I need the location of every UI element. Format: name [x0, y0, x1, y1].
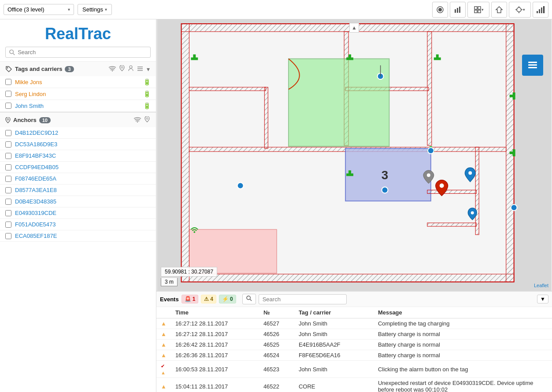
anchor-name-5: D8577A3EA1E8 — [15, 187, 151, 193]
list-item[interactable]: D8577A3EA1E8 — [0, 185, 156, 196]
layers-button[interactable] — [522, 55, 543, 76]
anchor-name-7: E04930319CDE — [15, 210, 151, 216]
svg-rect-6 — [478, 7, 481, 9]
anchor-name-0: D4B12DEC9D12 — [15, 129, 151, 136]
row-message-2: Battery charge is normal — [374, 340, 552, 350]
row-tag-0: John Smith — [294, 318, 374, 329]
row-message-0: Completing the tag charging — [374, 318, 552, 329]
anchor-checkbox-5[interactable] — [5, 187, 11, 193]
svg-point-68 — [468, 171, 472, 175]
scroll-up-button[interactable]: ▲ — [349, 23, 359, 33]
tag-marker[interactable] — [428, 148, 434, 154]
person-filter-icon[interactable] — [127, 64, 134, 74]
anchor-checkbox-6[interactable] — [5, 199, 11, 205]
svg-point-1 — [438, 8, 442, 11]
svg-rect-7 — [474, 10, 477, 13]
svg-rect-54 — [348, 54, 351, 58]
list-item[interactable]: ECA085EF187E — [0, 230, 156, 242]
list-item[interactable]: D4B12DEC9D12 — [0, 127, 156, 139]
crosshair-button[interactable]: ▾ — [509, 2, 531, 18]
list-item[interactable]: John Smith 🔋 — [0, 100, 156, 112]
anchor-checkbox-3[interactable] — [5, 164, 11, 170]
location-filter-icon[interactable] — [119, 64, 126, 74]
list-item[interactable]: E04930319CDE — [0, 207, 156, 219]
row-alarm-icon-4: ✔ — [161, 363, 165, 369]
expand-events-button[interactable]: ▼ — [537, 295, 548, 303]
tag-name-mikle: Mikle Jons — [15, 79, 140, 85]
anchors-location-icon[interactable] — [144, 115, 151, 125]
row-warn-icon-1: ▲ — [161, 331, 167, 337]
list-item[interactable]: Mikle Jons 🔋 — [0, 76, 156, 88]
row-time-5: 15:04:11 28.11.2017 — [171, 378, 259, 392]
wifi-filter-icon[interactable] — [108, 65, 117, 74]
map-area[interactable]: 3 — [156, 19, 552, 291]
list-item[interactable]: E8F914BF343C — [0, 150, 156, 162]
anchor-checkbox-0[interactable] — [5, 130, 11, 136]
row-tag-2: E4E916B5AA2F — [294, 340, 374, 350]
table-row[interactable]: ▲ 16:27:12 28.11.2017 46526 John Smith B… — [156, 329, 552, 340]
svg-point-23 — [121, 67, 123, 68]
svg-point-66 — [427, 174, 430, 177]
settings-button[interactable]: Settings ▾ — [78, 4, 112, 15]
events-search-button[interactable] — [242, 294, 256, 304]
anchor-checkbox-8[interactable] — [5, 222, 11, 228]
events-header-row: Events 🚨 1 ⚠ 4 ⚡ 0 — [156, 292, 552, 307]
anchor-checkbox-9[interactable] — [5, 233, 11, 239]
events-search-input[interactable] — [259, 294, 347, 304]
row-num-1: 46526 — [259, 329, 294, 340]
anchor-checkbox-4[interactable] — [5, 176, 11, 182]
anchor-name-8: F051AD0E5473 — [15, 221, 151, 228]
office-selector[interactable]: Office (3 level) ▾ — [4, 4, 74, 15]
anchor-name-6: D0B4E3D48385 — [15, 198, 151, 205]
search-input[interactable] — [18, 49, 147, 55]
svg-point-29 — [137, 121, 138, 122]
home-button[interactable] — [491, 2, 507, 18]
tag-marker[interactable] — [511, 204, 517, 211]
layout-button[interactable]: ▾ — [467, 2, 489, 18]
anchors-section-title: Anchors — [13, 117, 37, 123]
row-time-1: 16:27:12 28.11.2017 — [171, 329, 259, 340]
anchor-checkbox-7[interactable] — [5, 210, 11, 216]
svg-rect-35 — [182, 274, 514, 282]
list-item[interactable]: CCDF94ED4B05 — [0, 162, 156, 173]
tag-checkbox-mikle[interactable] — [5, 79, 11, 85]
table-row[interactable]: ▲ 15:04:11 28.11.2017 46522 CORE Unexpec… — [156, 378, 552, 392]
top-bar-right: ▾ ▾ — [432, 2, 548, 18]
list-item[interactable]: F08746EDE65A — [0, 173, 156, 185]
anchors-wifi-icon[interactable] — [133, 116, 142, 125]
search-bar — [5, 47, 151, 58]
leaflet-attribution: Leaflet — [534, 283, 548, 288]
record-button[interactable] — [432, 2, 448, 18]
anchor-checkbox-2[interactable] — [5, 153, 11, 159]
list-item[interactable]: D0B4E3D48385 — [0, 196, 156, 207]
events-label: Events — [160, 296, 179, 303]
row-time-3: 16:26:36 28.11.2017 — [171, 350, 259, 361]
svg-rect-46 — [264, 87, 268, 148]
list-item[interactable]: DC53A186D9E3 — [0, 139, 156, 150]
anchor-name-1: DC53A186D9E3 — [15, 141, 151, 148]
table-row[interactable]: ▲ 16:26:36 28.11.2017 46524 F8F6E5D6EA16… — [156, 350, 552, 361]
list-item[interactable]: F051AD0E5473 — [0, 219, 156, 230]
events-table-body: ▲ 16:27:12 28.11.2017 46527 John Smith C… — [156, 318, 552, 392]
leaflet-link[interactable]: Leaflet — [534, 283, 548, 288]
anchors-count-badge: 10 — [39, 117, 51, 123]
table-row[interactable]: ▲ 16:26:42 28.11.2017 46525 E4E916B5AA2F… — [156, 340, 552, 350]
anchor-checkbox-1[interactable] — [5, 141, 11, 148]
tag-marker[interactable] — [237, 183, 244, 189]
row-time-0: 16:27:12 28.11.2017 — [171, 318, 259, 329]
settings-dropdown-arrow: ▾ — [105, 7, 107, 12]
logo-area: RealTrac — [0, 19, 156, 47]
signal-button[interactable] — [533, 2, 548, 18]
table-row[interactable]: ✔ ▲ 16:00:53 28.11.2017 46523 John Smith… — [156, 361, 552, 378]
more-filter-icon[interactable]: ▾ — [146, 65, 151, 74]
events-count-red: 1 — [193, 296, 196, 302]
tag-checkbox-serg[interactable] — [5, 91, 11, 97]
list-item[interactable]: Serg Lindon 🔋 — [0, 88, 156, 100]
chart-button[interactable] — [450, 2, 466, 18]
svg-rect-44 — [289, 59, 389, 146]
table-row[interactable]: ▲ 16:27:12 28.11.2017 46527 John Smith C… — [156, 318, 552, 329]
events-badge-red: 🚨 1 — [182, 295, 199, 303]
tag-marker[interactable] — [382, 187, 388, 193]
list-filter-icon[interactable] — [136, 65, 144, 74]
tag-checkbox-john[interactable] — [5, 103, 11, 109]
